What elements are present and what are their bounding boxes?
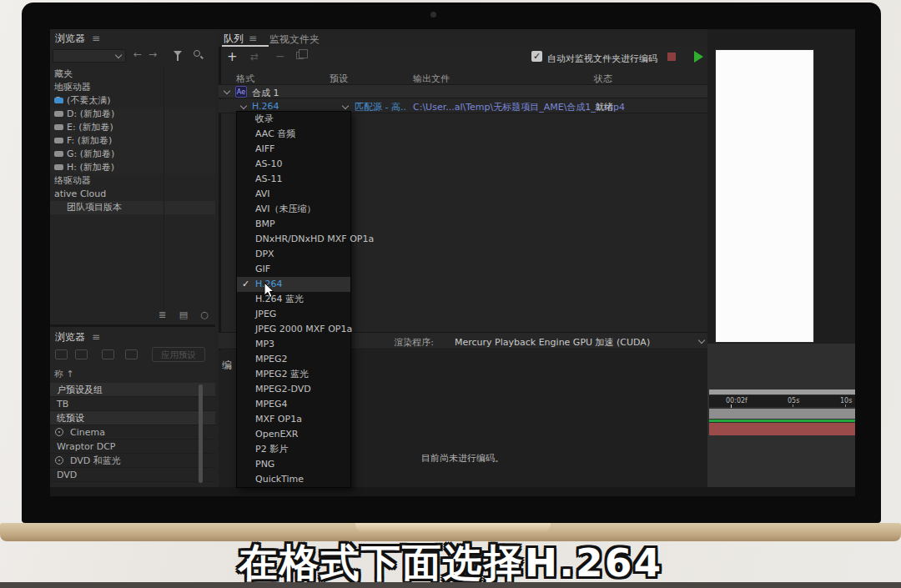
format-menu-item[interactable]: H.264 蓝光 <box>237 292 350 307</box>
format-menu-item-label: AS-11 <box>255 173 282 184</box>
preset-row[interactable]: DVD <box>50 468 215 482</box>
format-menu-item-label: 收录 <box>255 113 274 124</box>
format-menu-item[interactable]: AS-10 <box>237 157 350 172</box>
new-preset-icon[interactable] <box>55 349 68 359</box>
encoding-tab-partial[interactable]: 编 <box>222 359 232 373</box>
format-menu-item[interactable]: QuickTime <box>237 472 350 487</box>
format-menu-item[interactable]: MXF OP1a <box>237 412 350 427</box>
format-menu-item[interactable]: DNxHR/DNxHD MXF OP1a <box>237 232 350 247</box>
tab-queue[interactable]: 队列≡ <box>224 32 257 46</box>
timeline-workarea-bar[interactable] <box>709 389 855 395</box>
output-path-link[interactable]: C:\User...al\Temp\无标题项目_AME\合成1_1.mp4 <box>413 101 625 113</box>
format-menu-item[interactable]: MPEG2-DVD <box>237 382 350 397</box>
ruler-tick-label: 05s <box>788 397 799 405</box>
preset-row[interactable]: 统预设 <box>50 411 215 425</box>
column-status[interactable]: 状态 <box>594 73 612 85</box>
tree-item[interactable]: F: (新加卷) <box>50 134 215 148</box>
apply-preset-button[interactable]: 应用预设 <box>152 347 205 362</box>
tree-item[interactable]: G: (新加卷) <box>50 148 215 161</box>
format-menu-item[interactable]: DPX <box>237 247 350 262</box>
format-menu-item[interactable]: ✓ H.264 <box>237 277 350 292</box>
tree-item[interactable]: 地驱动器 <box>50 81 215 94</box>
stop-queue-button[interactable] <box>667 53 676 61</box>
preset-value[interactable]: 匹配源 - 高.. <box>355 101 406 113</box>
format-menu-item[interactable]: PNG <box>237 457 350 472</box>
remove-source-icon[interactable]: − <box>275 49 285 63</box>
add-source-icon[interactable]: + <box>227 49 238 64</box>
chevron-down-icon <box>115 52 122 58</box>
tree-item[interactable]: ative Cloud <box>50 188 215 201</box>
panel-menu-icon[interactable]: ≡ <box>92 33 100 44</box>
export-preset-icon[interactable] <box>125 349 138 359</box>
format-menu-item[interactable]: AVI <box>237 187 350 202</box>
add-output-icon[interactable]: ⇄ <box>250 51 259 63</box>
view-toggle-icons[interactable]: ≣ ▤ ○— <box>159 309 215 331</box>
tree-item[interactable]: 团队项目版本 <box>50 201 215 214</box>
preset-row[interactable]: TB <box>50 397 215 411</box>
column-output[interactable]: 输出文件 <box>413 73 450 85</box>
duplicate-icon[interactable] <box>296 52 304 59</box>
preset-row[interactable]: Wraptor DCP <box>50 440 215 454</box>
format-menu-item[interactable]: P2 影片 <box>237 442 350 457</box>
preset-browser-title-text: 浏览器 <box>55 331 85 343</box>
chevron-down-icon[interactable] <box>224 88 230 94</box>
ruler-tick-label: 00:02f <box>726 397 747 405</box>
back-icon[interactable]: ← <box>133 48 142 60</box>
format-menu-item[interactable]: MP3 <box>237 337 350 352</box>
panel-menu-icon[interactable]: ≡ <box>249 33 257 44</box>
format-menu-item[interactable]: MPEG2 蓝光 <box>237 367 350 382</box>
preset-category-icon <box>55 428 63 436</box>
format-menu-item[interactable]: AAC 音频 <box>237 127 350 142</box>
preset-row[interactable]: DVD 和蓝光 <box>50 454 215 468</box>
filter-icon[interactable] <box>174 51 182 56</box>
tree-item[interactable]: H: (新加卷) <box>50 161 215 174</box>
renderer-select[interactable]: Mercury Playback Engine GPU 加速 (CUDA) <box>455 336 650 349</box>
search-icon[interactable] <box>194 50 200 57</box>
preset-browser-title: 浏览器≡ <box>55 330 100 344</box>
format-menu-item[interactable]: GIF <box>237 262 350 277</box>
format-menu-item[interactable]: AS-11 <box>237 172 350 187</box>
preset-name-header[interactable]: 称 ↑ <box>54 368 74 380</box>
active-tab-underline <box>222 45 269 47</box>
column-format[interactable]: 格式 <box>236 73 254 85</box>
format-menu-item[interactable]: 收录 <box>237 112 350 127</box>
format-menu-item-label: JPEG 2000 MXF OP1a <box>255 324 352 334</box>
tree-item[interactable]: D: (新加卷) <box>50 108 215 121</box>
format-menu-item[interactable]: MPEG4 <box>237 397 350 412</box>
tab-watch-folders[interactable]: 监视文件夹 <box>269 33 320 47</box>
forward-icon[interactable]: → <box>148 48 157 60</box>
tree-item[interactable]: E: (新加卷) <box>50 121 215 134</box>
timeline-scrollbar[interactable] <box>709 409 855 419</box>
format-menu-item[interactable]: JPEG <box>237 307 350 322</box>
preset-row[interactable]: Cinema <box>50 425 215 440</box>
preset-scrollbar[interactable] <box>199 384 203 483</box>
queue-source-row[interactable]: Ae 合成 1 <box>219 84 707 98</box>
preset-settings-icon[interactable] <box>75 349 88 359</box>
panel-menu-icon[interactable]: ≡ <box>92 331 100 343</box>
format-menu-item[interactable]: MPEG2 <box>237 352 350 367</box>
tree-item[interactable]: 藏夹 <box>50 68 215 81</box>
tree-item-label: ative Cloud <box>54 188 106 199</box>
auto-encode-checkbox[interactable]: ✓ <box>531 51 542 62</box>
format-menu-item-label: H.264 蓝光 <box>255 294 304 304</box>
tree-item[interactable]: C: (不要太满) <box>50 94 215 108</box>
timeline-ruler[interactable]: 00:02f 05s 10s <box>709 395 855 407</box>
format-menu-item[interactable]: AVI（未压缩） <box>237 202 350 217</box>
tree-item[interactable]: 络驱动器 <box>50 174 215 188</box>
format-menu-item-label: PNG <box>255 459 274 470</box>
preset-row[interactable]: 户预设及组 <box>50 383 215 397</box>
playhead-marker[interactable] <box>731 405 732 408</box>
start-queue-button[interactable] <box>694 51 703 63</box>
media-browser-path-select[interactable] <box>53 49 126 63</box>
chevron-down-icon[interactable] <box>342 103 349 109</box>
chevron-down-icon[interactable] <box>698 337 705 344</box>
column-preset[interactable]: 预设 <box>330 73 348 85</box>
app-display: 浏览器≡ ← → 藏夹 地驱动器 <box>50 29 855 496</box>
format-menu-item-label: MPEG2 <box>255 354 288 364</box>
format-menu-item[interactable]: OpenEXR <box>237 427 350 442</box>
format-menu-item[interactable]: BMP <box>237 217 350 232</box>
import-preset-icon[interactable] <box>102 349 114 359</box>
format-menu-item[interactable]: AIFF <box>237 142 350 157</box>
format-menu-item[interactable]: JPEG 2000 MXF OP1a <box>237 322 350 337</box>
chevron-down-icon[interactable] <box>240 103 247 109</box>
